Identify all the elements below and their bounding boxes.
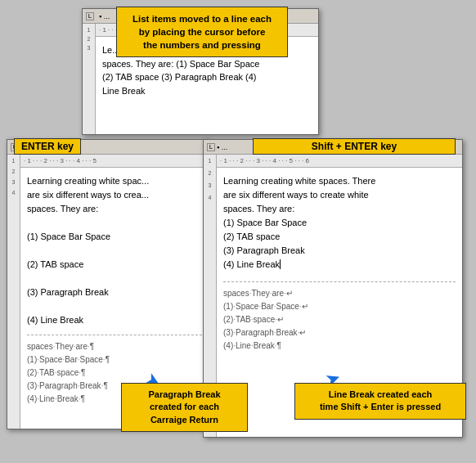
top-left-ruler: 1 2 3 xyxy=(83,24,96,134)
shift-line3: spaces. They are: xyxy=(223,204,294,214)
line-break-callout: Line Break created each time Shift + Ent… xyxy=(294,383,466,420)
shift-ruler: · 1 · · · 2 · · · 3 · · · 4 · · · 5 · · … xyxy=(204,155,462,168)
enter-line7: (4) Line Break xyxy=(27,315,83,325)
enter-line2: are six different ways to crea... xyxy=(27,190,149,200)
enter-line5: (2) TAB space xyxy=(27,259,83,269)
title-dots2: ▪ ... xyxy=(217,143,227,151)
top-line4: Line Break xyxy=(102,86,146,96)
shift-line7: (4) Line Break xyxy=(223,259,281,269)
enter-left-ruler: 1 2 3 4 xyxy=(7,155,20,429)
enter-line6: (3) Paragraph Break xyxy=(27,287,109,297)
shift-line1: Learning creating white spaces. There xyxy=(223,176,375,186)
close-btn[interactable]: L xyxy=(86,12,94,20)
enter-line1: Learning creating white spac... xyxy=(27,176,149,186)
close-btn3[interactable]: L xyxy=(207,143,215,151)
shift-line4: (1) Space Bar Space xyxy=(223,218,307,227)
top-callout: List items moved to a line each by placi… xyxy=(116,7,288,57)
shift-line5: (2) TAB space xyxy=(223,232,280,241)
title-icon: ▪ ... xyxy=(99,12,110,20)
shift-line2: are six different ways to create white xyxy=(223,190,369,200)
enter-line3: spaces. They are: xyxy=(27,204,98,214)
para-break-callout: Paragraph Break created for each Carraig… xyxy=(121,383,248,432)
shift-line6: (3) Paragraph Break xyxy=(223,245,305,255)
shift-para-marks: spaces·They·are·↵ (1)·Space·Bar·Space·↵ … xyxy=(223,281,456,353)
enter-line4: (1) Space Bar Space xyxy=(27,232,110,241)
enter-ruler: · 1 · · · 2 · · · 3 · · · 4 · · · 5 xyxy=(7,155,209,168)
top-line3: (2) TAB space (3) Paragraph Break (4) xyxy=(102,72,257,82)
top-line2: spaces. They are: (1) Space Bar Space xyxy=(102,59,259,69)
enter-key-label: ENTER key xyxy=(14,138,81,155)
shift-enter-label: Shift + ENTER key xyxy=(253,138,456,155)
